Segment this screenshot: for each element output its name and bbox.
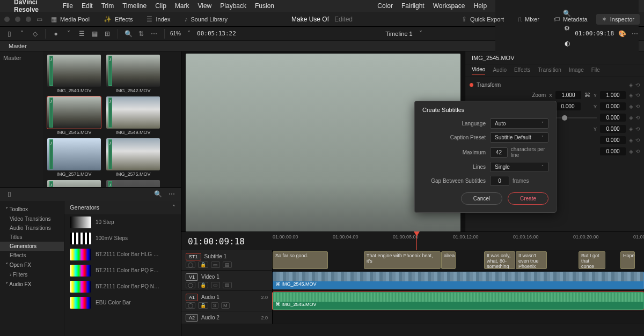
wifi-icon[interactable]: ᯤ: [564, 0, 570, 2]
tab-image[interactable]: Image: [569, 67, 584, 74]
menu-help[interactable]: Help: [473, 2, 487, 10]
effects-button[interactable]: ✨Effects: [98, 14, 138, 25]
mute-button[interactable]: M: [221, 302, 230, 309]
subtitle-clip[interactable]: already: [441, 251, 456, 269]
more-icon[interactable]: ⋯: [149, 30, 159, 38]
reset-icon[interactable]: ⟲: [635, 82, 640, 88]
media-clip[interactable]: ♪IMG_2542.MOV: [106, 55, 160, 93]
fx-tree-item[interactable]: Audio Transitions: [0, 223, 64, 233]
video-clip[interactable]: ⌘ IMG_2545.MOV: [273, 272, 644, 289]
cc-icon[interactable]: ▭: [211, 262, 220, 268]
track-body-a1[interactable]: ⌘ IMG_2545.MOV: [273, 291, 644, 311]
sort-icon[interactable]: ⇅: [136, 30, 146, 38]
track-header-v1[interactable]: V1Video 1 ◯🔒▭▤: [181, 271, 273, 290]
menu-edit[interactable]: Edit: [82, 2, 93, 10]
grid-icon[interactable]: ▦: [90, 30, 99, 38]
generator-item[interactable]: 100mV Steps: [64, 230, 181, 247]
fx-search-icon[interactable]: 🔍: [153, 190, 163, 198]
pos-x-field[interactable]: 0.000: [555, 102, 581, 110]
fx-collapse-icon[interactable]: ˄: [172, 204, 175, 211]
track-body-a2[interactable]: [273, 311, 644, 324]
enable-track-icon[interactable]: ◯: [186, 262, 195, 268]
timeline-name[interactable]: Timeline 1: [385, 31, 412, 37]
max-chars-field[interactable]: 42: [490, 147, 508, 158]
menu-playback[interactable]: Playback: [220, 2, 246, 10]
index-button[interactable]: ☰Index: [141, 14, 175, 25]
media-clip[interactable]: ♪IMG_2549.MOV: [106, 96, 160, 135]
fx-group-audiofx[interactable]: ˅ Audio FX: [0, 279, 64, 289]
cancel-button[interactable]: Cancel: [461, 192, 502, 205]
record-timecode[interactable]: 01:00:09:18: [575, 30, 614, 37]
track-body-v1[interactable]: ⌘ IMG_2545.MOV: [273, 271, 644, 290]
create-button[interactable]: Create: [508, 192, 548, 205]
subtitle-clip[interactable]: Hopefully: [620, 251, 635, 269]
color-wheel-icon[interactable]: 🎨: [617, 30, 627, 38]
chevron-down-icon[interactable]: ˅: [64, 30, 74, 38]
traffic-min-icon[interactable]: [15, 17, 20, 22]
link-icon[interactable]: ⌘: [584, 92, 590, 99]
menu-trim[interactable]: Trim: [101, 2, 114, 10]
media-clip[interactable]: ♪IMG_2545.MOV: [47, 96, 101, 135]
menu-mark[interactable]: Mark: [175, 2, 189, 10]
generator-item[interactable]: EBU Color Bar: [64, 295, 181, 311]
view-mode-chevron-icon[interactable]: ˅: [17, 30, 27, 38]
group-toggle-icon[interactable]: [470, 83, 473, 87]
fx-group-openfx[interactable]: ˅ Open FX: [0, 260, 64, 270]
lock-track-icon[interactable]: 🔒: [198, 262, 208, 268]
subtitle-clip[interactable]: So far so good.: [273, 251, 328, 269]
traffic-max-icon[interactable]: [26, 17, 31, 22]
extra1-field[interactable]: 0.000: [600, 125, 626, 133]
marker-icon[interactable]: ◇: [30, 30, 40, 38]
tab-transition[interactable]: Transition: [538, 67, 561, 74]
fx-tree-item[interactable]: Video Transitions: [0, 214, 64, 223]
solo-button[interactable]: S: [211, 302, 218, 309]
track-header-st1[interactable]: ST1Subtitle 1 ◯🔒▭▤: [181, 250, 273, 270]
generator-item[interactable]: BT.2111 Color Bar PQ N…: [64, 279, 181, 295]
more2-icon[interactable]: ⋯: [630, 30, 640, 38]
tab-audio[interactable]: Audio: [493, 67, 507, 74]
menu-view[interactable]: View: [197, 2, 211, 10]
media-pool-sidebar[interactable]: Master: [0, 51, 43, 187]
view-mode-icon[interactable]: ▯: [4, 30, 14, 38]
tab-video[interactable]: Video: [472, 66, 485, 74]
search-icon[interactable]: 🔍: [123, 30, 133, 38]
menu-fairlight[interactable]: Fairlight: [401, 2, 425, 10]
media-clip[interactable]: ♪IMG_2540.MOV: [47, 55, 101, 93]
media-clip[interactable]: ♪IMG_7982.JPG: [106, 180, 160, 187]
fx-more-icon[interactable]: ⋯: [167, 190, 177, 198]
playhead[interactable]: [416, 232, 417, 250]
zoom-value[interactable]: 61%: [170, 31, 181, 36]
fx-tree-item[interactable]: Generators: [0, 242, 64, 251]
menu-color[interactable]: Color: [377, 2, 393, 10]
fx-tree-item[interactable]: Titles: [0, 233, 64, 242]
media-clip[interactable]: ♪IMG_2638.MOV: [47, 180, 101, 187]
language-select[interactable]: Auto˅: [490, 118, 548, 129]
generator-item[interactable]: 10 Step: [64, 214, 181, 230]
media-clip[interactable]: ♪IMG_2571.MOV: [47, 138, 101, 177]
keyframe-icon[interactable]: ◈: [629, 82, 633, 88]
subtitle-clip[interactable]: That engine with Phoenix heat, it's: [364, 251, 441, 269]
track-body-st1[interactable]: So far so good.That engine with Phoenix …: [273, 250, 644, 270]
media-pool-button[interactable]: ▦Media Pool: [46, 14, 95, 25]
menu-file[interactable]: File: [63, 2, 73, 10]
menu-fusion[interactable]: Fusion: [255, 2, 274, 10]
fx-group-toolbox[interactable]: ˅ Toolbox: [0, 204, 64, 214]
menu-workspace[interactable]: Workspace: [433, 2, 465, 10]
list-icon[interactable]: ☰: [77, 30, 86, 38]
fx-tree-item[interactable]: Effects: [0, 251, 64, 260]
grid2-icon[interactable]: ⊞: [103, 30, 112, 38]
track-header-a1[interactable]: A1Audio 12.0 ◯🔒SM: [181, 291, 273, 311]
layout-icon[interactable]: ▭: [36, 16, 42, 23]
fx-filters[interactable]: › Filters: [0, 270, 64, 279]
metadata-button[interactable]: 🏷Metadata: [548, 14, 593, 25]
subtitle-clip[interactable]: It was only, what, 80-something: [484, 251, 515, 269]
dot-icon[interactable]: ●: [51, 30, 61, 38]
timeline-ruler[interactable]: 01:00:00:0001:00:04:0001:00:08:0001:00:1…: [273, 232, 644, 250]
rotation-field[interactable]: 0.000: [600, 114, 626, 122]
siri-icon[interactable]: ◐: [565, 40, 570, 47]
audio-clip[interactable]: ⌘ IMG_2545.MOV: [273, 292, 644, 310]
extra3-field[interactable]: 0.000: [600, 147, 626, 155]
sound-library-button[interactable]: ♪Sound Library: [179, 14, 233, 25]
subtitle-clip[interactable]: But I got that conce: [579, 251, 605, 269]
extra2-field[interactable]: 0.000: [600, 136, 626, 144]
